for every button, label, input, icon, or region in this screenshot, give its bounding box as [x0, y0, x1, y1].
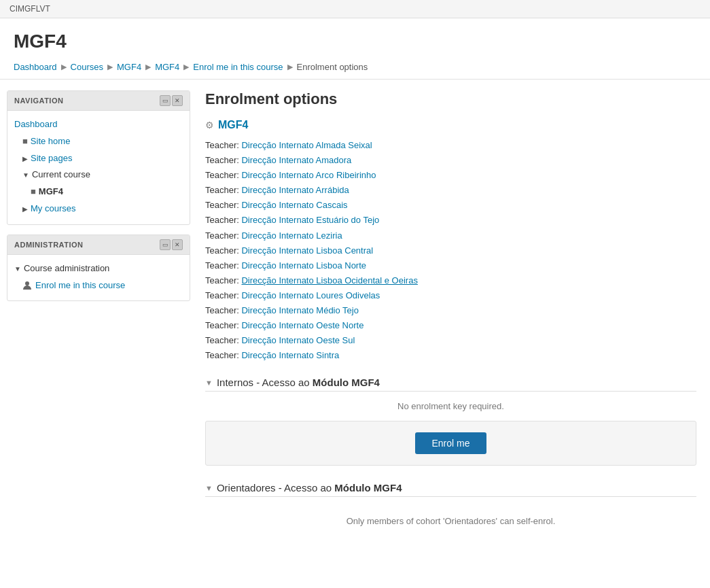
- gear-icon: ⚙: [205, 120, 214, 131]
- nav-item-enrolme: Enrol me in this course: [14, 277, 183, 294]
- administration-block-minimize[interactable]: ▭: [160, 239, 171, 250]
- breadcrumb: Dashboard▶Courses▶MGF4▶MGF4▶Enrol me in …: [14, 58, 696, 72]
- tri-icon: ▼: [205, 484, 213, 492]
- teacher-link-14[interactable]: Direcção Internato Sintra: [241, 350, 339, 360]
- enrol-section-title-1: Orientadores - Acesso ao Módulo MGF4: [217, 482, 402, 494]
- teacher-list-item: Teacher: Direcção Internato Médio Tejo: [205, 303, 696, 318]
- main-content: Enrolment options ⚙ MGF4 Teacher: Direcç…: [198, 90, 703, 547]
- teacher-link-6[interactable]: Direcção Internato Leziria: [241, 230, 342, 241]
- enrol-section-title-0: Internos - Acesso ao Módulo MGF4: [217, 377, 380, 388]
- breadcrumb-separator: ▶: [145, 63, 151, 71]
- site-name: CIMGFLVT: [10, 4, 50, 14]
- person-icon: [22, 281, 32, 290]
- enrol-section-0: ▼Internos - Acesso ao Módulo MGF4No enro…: [205, 377, 696, 466]
- course-title-link[interactable]: MGF4: [218, 119, 248, 131]
- teacher-list-item: Teacher: Direcção Internato Estuário do …: [205, 213, 696, 228]
- enrol-divider: [205, 496, 696, 497]
- tri-icon: ▼: [22, 171, 29, 179]
- teacher-list-item: Teacher: Direcção Internato Oeste Sul: [205, 333, 696, 348]
- teacher-link-12[interactable]: Direcção Internato Oeste Norte: [241, 320, 363, 330]
- breadcrumb-item-0[interactable]: Dashboard: [14, 62, 57, 72]
- topbar: CIMGFLVT: [0, 0, 710, 18]
- bullet-icon: ■: [31, 186, 36, 196]
- breadcrumb-item-3[interactable]: MGF4: [155, 62, 179, 72]
- nav-item-dashboard: Dashboard: [14, 116, 183, 133]
- breadcrumb-item-4[interactable]: Enrol me in this course: [193, 62, 283, 72]
- teacher-link-9[interactable]: Direcção Internato Lisboa Ocidental e Oe…: [241, 275, 417, 286]
- tri-icon: ▼: [205, 379, 213, 387]
- teacher-link-10[interactable]: Direcção Internato Loures Odivelas: [241, 290, 380, 300]
- tri-icon: ▼: [14, 265, 21, 273]
- navigation-block-title: NAVIGATION: [14, 97, 63, 105]
- administration-block: ADMINISTRATION ▭ ✕ ▼Course administratio…: [7, 235, 190, 302]
- teacher-list-item: Teacher: Direcção Internato Cascais: [205, 198, 696, 213]
- teacher-link-8[interactable]: Direcção Internato Lisboa Norte: [241, 260, 366, 271]
- nav-link-mgf4[interactable]: MGF4: [39, 186, 63, 196]
- breadcrumb-separator: ▶: [107, 63, 113, 71]
- cohort-note: Only members of cohort 'Orientadores' ca…: [205, 506, 696, 530]
- teacher-link-11[interactable]: Direcção Internato Médio Tejo: [241, 305, 358, 315]
- enrol-note: No enrolment key required.: [205, 401, 696, 411]
- teacher-list-item: Teacher: Direcção Internato Loures Odive…: [205, 288, 696, 303]
- teacher-list-item: Teacher: Direcção Internato Amadora: [205, 153, 696, 168]
- teacher-list-item: Teacher: Direcção Internato Lisboa Norte: [205, 258, 696, 273]
- navigation-block-minimize[interactable]: ▭: [160, 95, 171, 106]
- page-header: MGF4 Dashboard▶Courses▶MGF4▶MGF4▶Enrol m…: [0, 18, 710, 80]
- teacher-link-0[interactable]: Direcção Internato Almada Seixal: [241, 140, 372, 150]
- navigation-block-controls: ▭ ✕: [160, 95, 183, 106]
- nav-item-currentcourse: ▼Current course: [14, 167, 183, 184]
- tri-icon: ▶: [22, 155, 28, 162]
- teacher-link-3[interactable]: Direcção Internato Arrábida: [241, 185, 349, 195]
- nav-item-mgf4: ■MGF4: [14, 184, 183, 201]
- enrolment-sections: ▼Internos - Acesso ao Módulo MGF4No enro…: [205, 377, 696, 530]
- enrol-section-header-0: ▼Internos - Acesso ao Módulo MGF4: [205, 377, 696, 388]
- page-title: MGF4: [14, 31, 696, 52]
- breadcrumb-separator: ▶: [61, 63, 67, 71]
- nav-item-courseadmin: ▼Course administration: [14, 260, 183, 277]
- teacher-list-item: Teacher: Direcção Internato Oeste Norte: [205, 318, 696, 333]
- teacher-list-item: Teacher: Direcção Internato Lisboa Centr…: [205, 243, 696, 258]
- teacher-link-13[interactable]: Direcção Internato Oeste Sul: [241, 335, 355, 345]
- breadcrumb-item-1[interactable]: Courses: [71, 62, 103, 72]
- teacher-list-item: Teacher: Direcção Internato Lisboa Ocide…: [205, 273, 696, 288]
- administration-block-controls: ▭ ✕: [160, 239, 183, 250]
- svg-point-0: [25, 281, 29, 286]
- teacher-link-4[interactable]: Direcção Internato Cascais: [241, 200, 347, 210]
- main-heading: Enrolment options: [205, 90, 696, 108]
- enrol-me-button[interactable]: Enrol me: [415, 432, 486, 454]
- teacher-list-item: Teacher: Direcção Internato Arco Ribeiri…: [205, 168, 696, 183]
- navigation-block-delete[interactable]: ✕: [172, 95, 183, 106]
- breadcrumb-item-2[interactable]: MGF4: [117, 62, 141, 72]
- teacher-list-item: Teacher: Direcção Internato Leziria: [205, 228, 696, 243]
- nav-item-sitehome: ■Site home: [14, 133, 183, 150]
- nav-link-sitehome[interactable]: Site home: [31, 136, 71, 146]
- navigation-block-body: Dashboard ■Site home ▶Site pages ▼Curren…: [7, 111, 190, 224]
- enrol-section-1: ▼Orientadores - Acesso ao Módulo MGF4Onl…: [205, 482, 696, 530]
- administration-block-title: ADMINISTRATION: [14, 241, 84, 249]
- teacher-list-item: Teacher: Direcção Internato Sintra: [205, 348, 696, 363]
- administration-block-delete[interactable]: ✕: [172, 239, 183, 250]
- teacher-list: Teacher: Direcção Internato Almada Seixa…: [205, 138, 696, 363]
- sidebar: NAVIGATION ▭ ✕ Dashboard ■Site home ▶Sit…: [7, 90, 190, 301]
- nav-link-dashboard[interactable]: Dashboard: [14, 119, 58, 129]
- teacher-link-1[interactable]: Direcção Internato Amadora: [241, 155, 351, 165]
- nav-link-sitepages[interactable]: Site pages: [31, 153, 72, 163]
- breadcrumb-separator: ▶: [183, 63, 189, 71]
- nav-link-mycourses[interactable]: My courses: [31, 203, 75, 213]
- teacher-list-item: Teacher: Direcção Internato Arrábida: [205, 183, 696, 198]
- navigation-block-header: NAVIGATION ▭ ✕: [7, 91, 190, 111]
- enrol-box: Enrol me: [205, 421, 696, 466]
- breadcrumb-item-5: Enrolment options: [297, 62, 368, 72]
- enrol-section-header-1: ▼Orientadores - Acesso ao Módulo MGF4: [205, 482, 696, 494]
- teacher-link-7[interactable]: Direcção Internato Lisboa Central: [241, 245, 373, 256]
- nav-label-currentcourse: Current course: [32, 169, 90, 179]
- administration-block-header: ADMINISTRATION ▭ ✕: [7, 235, 190, 255]
- breadcrumb-separator: ▶: [287, 63, 293, 71]
- teacher-link-5[interactable]: Direcção Internato Estuário do Tejo: [241, 215, 379, 225]
- tri-icon: ▶: [22, 205, 28, 213]
- main-layout: NAVIGATION ▭ ✕ Dashboard ■Site home ▶Sit…: [0, 80, 710, 560]
- teacher-link-2[interactable]: Direcção Internato Arco Ribeirinho: [241, 170, 376, 180]
- teacher-list-item: Teacher: Direcção Internato Almada Seixa…: [205, 138, 696, 153]
- nav-label-courseadmin: Course administration: [24, 263, 109, 273]
- nav-link-enrolme[interactable]: Enrol me in this course: [35, 279, 125, 293]
